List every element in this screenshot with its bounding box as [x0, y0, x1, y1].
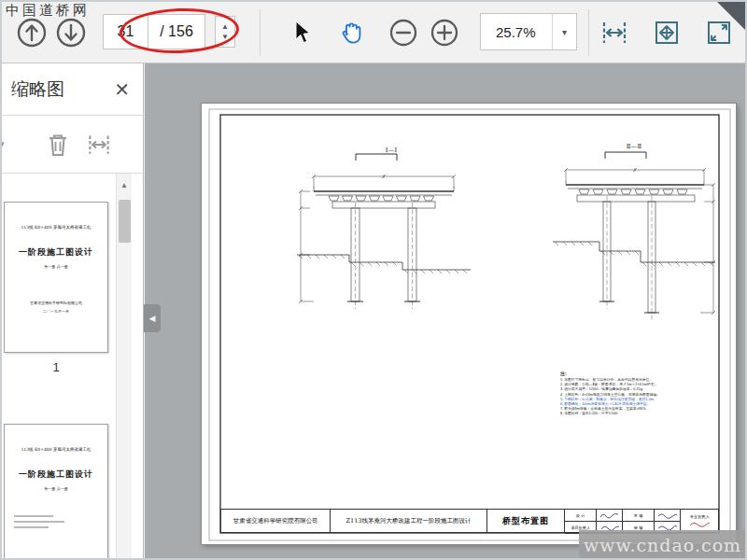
page-number-spinner[interactable]: ▲ ▼	[215, 16, 235, 48]
cursor-arrow-icon	[291, 21, 314, 45]
thumbnail-scrollbar[interactable]: ▲	[116, 174, 132, 558]
select-tool-button[interactable]	[282, 12, 323, 53]
toolbar-divider	[260, 9, 261, 56]
signature-scribble	[655, 510, 681, 522]
thumb-text: 113线 K0+408 茅庵河大桥改建工程	[21, 225, 91, 230]
toolbar-divider	[588, 9, 589, 56]
check-label: 复 核	[623, 510, 655, 522]
lead-label: 专业负责人	[690, 514, 710, 519]
circle-arrow-up-icon	[15, 16, 49, 49]
thumb-text: 二〇一九年一月	[43, 309, 69, 314]
document-viewport[interactable]: Ⅰ—Ⅰ Ⅱ—Ⅱ 注: 1. 本图尺寸除标高、桩号以米计外，其余均以厘米为单位。 …	[145, 63, 745, 558]
scrollbar-up-icon[interactable]: ▲	[117, 174, 132, 196]
resize-thumbnails-button[interactable]	[78, 124, 120, 165]
close-icon[interactable]: ✕	[110, 78, 134, 101]
title-block-signature-grid: 设 计 复 核 项目负责人 审 核	[565, 510, 681, 532]
section-label-right: Ⅱ—Ⅱ	[592, 143, 676, 150]
pdf-viewer-window: / 156 ▲ ▼ 25.7%	[0, 0, 747, 560]
title-block-company: 甘肃省交通科学研究院有限公司	[221, 510, 331, 532]
title-block-project: Z113线茅庵河大桥改建工程一阶段施工图设计	[331, 510, 486, 532]
minus-circle-icon	[388, 17, 419, 49]
thumb-text: 第一册 共一册	[44, 486, 67, 491]
spinner-down-icon[interactable]: ▼	[221, 33, 229, 41]
hand-tool-button[interactable]	[331, 12, 372, 53]
notes-title: 注:	[560, 371, 725, 376]
window-corner-fold	[717, 2, 745, 30]
title-block-drawing-name: 桥型布置图	[487, 510, 566, 532]
design-label: 设 计	[565, 510, 597, 522]
zoom-level-dropdown[interactable]: 25.7% ▾	[480, 13, 577, 50]
thumb-text: 一阶段施工图设计	[19, 469, 93, 481]
thumb-text-lines	[14, 515, 86, 532]
fit-page-button[interactable]	[646, 12, 687, 53]
site-watermark-bottom: www.cndao.com	[579, 530, 746, 560]
thumbnail-panel-header: 缩略图 ✕	[2, 63, 143, 116]
document-page: Ⅰ—Ⅰ Ⅱ—Ⅱ 注: 1. 本图尺寸除标高、桩号以米计外，其余均以厘米为单位。 …	[201, 103, 737, 545]
signature-scribble	[597, 510, 623, 522]
page-total-label: / 156	[148, 14, 205, 49]
drawing-notes: 注: 1. 本图尺寸除标高、桩号以米计外，其余均以厘米为单位。 2. 设计荷载：…	[560, 371, 725, 417]
toolbar: / 156 ▲ ▼ 25.7%	[2, 2, 745, 63]
collapse-left-icon: ◀	[149, 314, 156, 323]
scrollbar-thumb[interactable]	[119, 200, 131, 243]
chevron-down-icon[interactable]: ▾	[552, 14, 576, 49]
lead-engineer-cell: 专业负责人	[681, 510, 718, 532]
zoom-in-button[interactable]	[424, 12, 465, 53]
bridge-drawing	[202, 104, 738, 546]
fit-width-icon	[86, 132, 112, 158]
hand-icon	[337, 19, 365, 47]
sidebar-collapse-handle[interactable]: ◀	[144, 304, 161, 332]
thumbnail-page-2[interactable]: 113线 K0+408 茅庵河大桥改建工程 一阶段施工图设计 第一册 共一册	[4, 424, 108, 558]
section-label-left: Ⅰ—Ⅰ	[349, 147, 433, 154]
chevron-down-icon[interactable]: ▾	[0, 137, 15, 151]
fit-page-icon	[652, 18, 682, 48]
thumbnail-list: 113线 K0+408 茅庵河大桥改建工程 一阶段施工图设计 第一册 共一册 甘…	[2, 174, 143, 558]
trash-icon	[45, 131, 71, 159]
thumbnail-page-1[interactable]: 113线 K0+408 茅庵河大桥改建工程 一阶段施工图设计 第一册 共一册 甘…	[4, 202, 108, 353]
thumb-text: 第一册 共一册	[44, 264, 67, 269]
zoom-level-value: 25.7%	[481, 24, 552, 40]
thumb-text: 一阶段施工图设计	[19, 246, 93, 259]
thumb-text: 113线 K0+408 茅庵河大桥改建工程	[21, 447, 91, 452]
fit-width-icon	[599, 18, 629, 48]
delete-page-button[interactable]	[37, 124, 78, 165]
thumbnail-toolbar: ▾	[2, 116, 143, 174]
zoom-out-button[interactable]	[383, 12, 424, 53]
panel-title: 缩略图	[11, 77, 110, 102]
plus-circle-icon	[429, 17, 460, 49]
spinner-up-icon[interactable]: ▲	[221, 22, 229, 31]
fit-width-button[interactable]	[594, 12, 635, 53]
site-watermark-top: 中国道桥网	[6, 2, 90, 20]
circle-arrow-down-icon	[54, 16, 88, 49]
signature-scribble	[688, 520, 711, 528]
thumb-text: 甘肃省交通科学研究院有限公司	[30, 301, 82, 305]
note-line: 8. 本图比例：竖向1:200，水平1:500。	[560, 412, 725, 416]
thumbnail-page-number: 1	[2, 360, 110, 374]
page-number-input[interactable]	[103, 14, 148, 49]
thumbnail-panel: 缩略图 ✕ ▾ 113线 K0+408 茅庵河大桥改建工程 一阶段施工图设计 第…	[2, 63, 144, 558]
